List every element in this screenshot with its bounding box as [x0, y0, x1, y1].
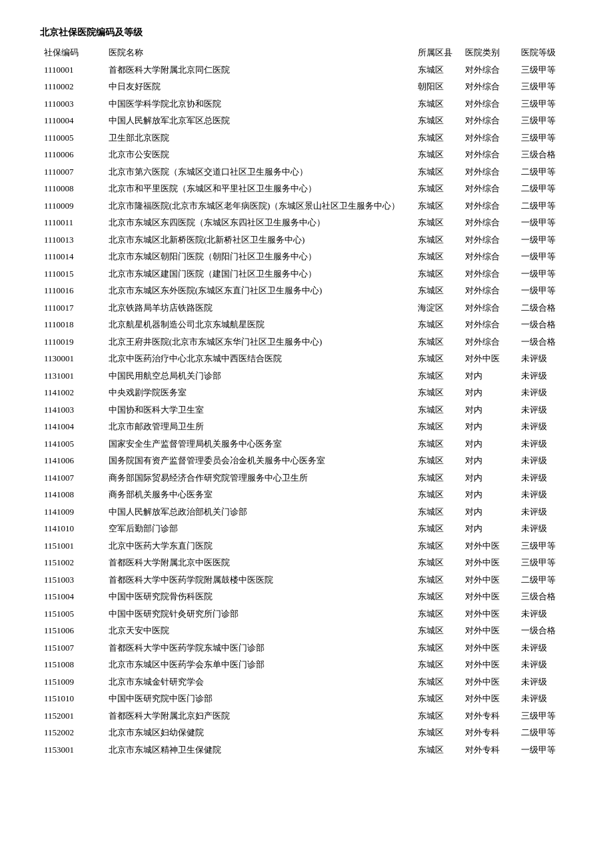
cell-level: 一级甲等	[517, 248, 573, 265]
cell-district: 东城区	[414, 129, 461, 147]
table-row: 1110007北京市第六医院（东城区交道口社区卫生服务中心）东城区对外综合二级甲…	[40, 163, 573, 181]
cell-district: 东城区	[414, 367, 461, 385]
table-row: 1151005中国中医研究院针灸研究所门诊部东城区对外中医未评级	[40, 605, 573, 623]
cell-type: 对外中医	[461, 656, 517, 673]
cell-type: 对外综合	[461, 214, 517, 231]
cell-name: 北京市和平里医院（东城区和平里社区卫生服务中心）	[105, 180, 414, 197]
cell-type: 对外中医	[461, 622, 517, 639]
cell-level: 一级甲等	[517, 741, 573, 759]
cell-type: 对外综合	[461, 129, 517, 147]
cell-name: 北京市东城区朝阳门医院（朝阳门社区卫生服务中心）	[105, 248, 414, 265]
cell-code: 1141004	[40, 418, 105, 435]
table-row: 1131001中国民用航空总局机关门诊部东城区对内未评级	[40, 367, 573, 385]
table-row: 1141004北京市邮政管理局卫生所东城区对内未评级	[40, 418, 573, 435]
cell-district: 东城区	[414, 384, 461, 401]
cell-type: 对外中医	[461, 690, 517, 707]
cell-type: 对外中医	[461, 571, 517, 589]
cell-type: 对内	[461, 401, 517, 419]
cell-level: 未评级	[517, 367, 573, 385]
cell-type: 对外专科	[461, 741, 517, 759]
cell-name: 北京市东城区精神卫生保健院	[105, 741, 414, 759]
cell-type: 对外中医	[461, 554, 517, 571]
cell-code: 1131001	[40, 367, 105, 385]
cell-type: 对内	[461, 486, 517, 503]
cell-district: 海淀区	[414, 299, 461, 317]
table-row: 1151008北京市东城区中医药学会东单中医门诊部东城区对外中医未评级	[40, 656, 573, 673]
cell-district: 东城区	[414, 571, 461, 589]
table-row: 1151010中国中医研究院中医门诊部东城区对外中医未评级	[40, 690, 573, 707]
cell-district: 东城区	[414, 418, 461, 435]
cell-name: 首都医科大学中医药学院东城中医门诊部	[105, 639, 414, 657]
cell-type: 对外综合	[461, 316, 517, 333]
cell-level: 三级甲等	[517, 95, 573, 113]
cell-code: 1110002	[40, 78, 105, 95]
cell-name: 北京市公安医院	[105, 146, 414, 163]
cell-district: 东城区	[414, 469, 461, 487]
table-row: 1110002中日友好医院朝阳区对外综合三级甲等	[40, 78, 573, 95]
cell-code: 1110004	[40, 112, 105, 129]
cell-level: 二级甲等	[517, 197, 573, 215]
cell-code: 1141008	[40, 486, 105, 503]
table-row: 1141002中央戏剧学院医务室东城区对内未评级	[40, 384, 573, 401]
cell-type: 对外中医	[461, 350, 517, 367]
cell-name: 北京市邮政管理局卫生所	[105, 418, 414, 435]
table-row: 1141010空军后勤部门诊部东城区对内未评级	[40, 520, 573, 537]
header-district: 所属区县	[414, 44, 461, 61]
cell-code: 1151004	[40, 588, 105, 605]
table-row: 1141007商务部国际贸易经济合作研究院管理服务中心卫生所东城区对内未评级	[40, 469, 573, 487]
cell-code: 1141009	[40, 503, 105, 521]
cell-code: 1151003	[40, 571, 105, 589]
cell-name: 北京市东城区建国门医院（建国门社区卫生服务中心）	[105, 265, 414, 283]
cell-type: 对外综合	[461, 248, 517, 265]
cell-code: 1110018	[40, 316, 105, 333]
cell-code: 1152001	[40, 707, 105, 725]
cell-level: 未评级	[517, 452, 573, 469]
cell-code: 1151009	[40, 673, 105, 691]
cell-name: 国务院国有资产监督管理委员会冶金机关服务中心医务室	[105, 452, 414, 469]
cell-level: 三级合格	[517, 588, 573, 605]
cell-level: 三级甲等	[517, 78, 573, 95]
table-row: 1130001北京中医药治疗中心北京东城中西医结合医院东城区对外中医未评级	[40, 350, 573, 367]
cell-code: 1151010	[40, 690, 105, 707]
cell-level: 未评级	[517, 401, 573, 419]
cell-code: 1110001	[40, 61, 105, 79]
cell-district: 东城区	[414, 112, 461, 129]
cell-level: 未评级	[517, 486, 573, 503]
table-row: 1110005卫生部北京医院东城区对外综合三级甲等	[40, 129, 573, 147]
cell-district: 东城区	[414, 741, 461, 759]
cell-district: 东城区	[414, 350, 461, 367]
cell-code: 1151008	[40, 656, 105, 673]
table-row: 1141008商务部机关服务中心医务室东城区对内未评级	[40, 486, 573, 503]
table-row: 1110006北京市公安医院东城区对外综合三级合格	[40, 146, 573, 163]
cell-code: 1141005	[40, 435, 105, 453]
cell-name: 中国中医研究院中医门诊部	[105, 690, 414, 707]
cell-level: 未评级	[517, 418, 573, 435]
cell-level: 未评级	[517, 520, 573, 537]
cell-code: 1130001	[40, 350, 105, 367]
table-row: 1110014北京市东城区朝阳门医院（朝阳门社区卫生服务中心）东城区对外综合一级…	[40, 248, 573, 265]
cell-level: 三级甲等	[517, 112, 573, 129]
table-row: 1110004中国人民解放军北京军区总医院东城区对外综合三级甲等	[40, 112, 573, 129]
cell-district: 朝阳区	[414, 78, 461, 95]
cell-district: 东城区	[414, 673, 461, 691]
cell-district: 东城区	[414, 265, 461, 283]
table-row: 1152001首都医科大学附属北京妇产医院东城区对外专科三级甲等	[40, 707, 573, 725]
cell-code: 1141010	[40, 520, 105, 537]
cell-name: 中国中医研究院针灸研究所门诊部	[105, 605, 414, 623]
cell-code: 1141003	[40, 401, 105, 419]
cell-level: 未评级	[517, 673, 573, 691]
cell-name: 空军后勤部门诊部	[105, 520, 414, 537]
cell-name: 北京航星机器制造公司北京东城航星医院	[105, 316, 414, 333]
cell-code: 1110019	[40, 333, 105, 351]
cell-name: 商务部机关服务中心医务室	[105, 486, 414, 503]
cell-district: 东城区	[414, 622, 461, 639]
cell-type: 对外专科	[461, 707, 517, 725]
cell-name: 北京市隆福医院(北京市东城区老年病医院)（东城区景山社区卫生服务中心）	[105, 197, 414, 215]
cell-name: 中国医学科学院北京协和医院	[105, 95, 414, 113]
cell-type: 对内	[461, 469, 517, 487]
table-row: 1110013北京市东城区北新桥医院(北新桥社区卫生服务中心)东城区对外综合一级…	[40, 231, 573, 249]
cell-name: 首都医科大学附属北京妇产医院	[105, 707, 414, 725]
cell-type: 对外综合	[461, 231, 517, 249]
table-row: 1110016北京市东城区东外医院(东城区东直门社区卫生服务中心)东城区对外综合…	[40, 282, 573, 299]
cell-name: 北京市东城金针研究学会	[105, 673, 414, 691]
